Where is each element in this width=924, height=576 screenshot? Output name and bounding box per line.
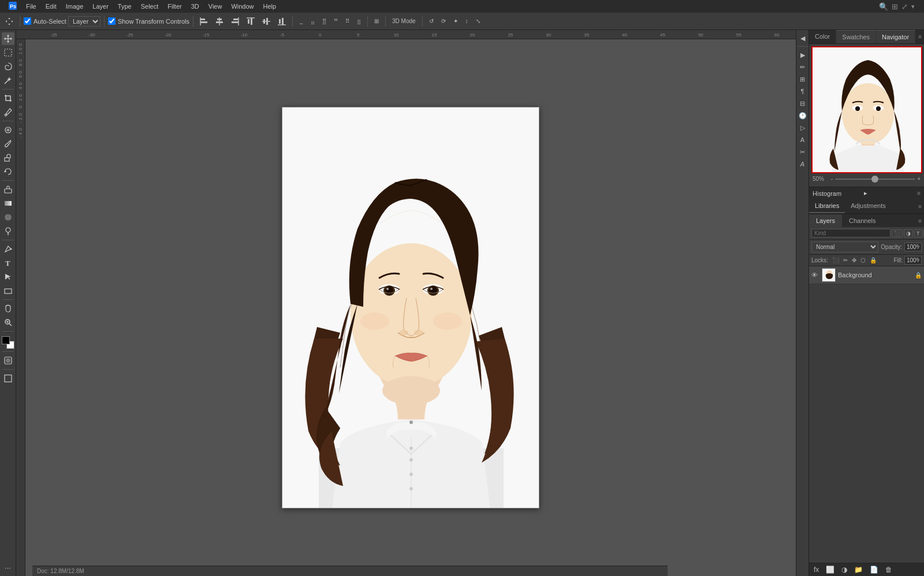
new-group-btn[interactable]: 📁 xyxy=(852,565,865,574)
delete-layer-btn[interactable]: 🗑 xyxy=(883,565,895,574)
menu-image[interactable]: Image xyxy=(62,2,88,11)
menu-help[interactable]: Help xyxy=(259,2,281,11)
lock-paint-btn[interactable]: ✏ xyxy=(842,257,849,264)
align-right-btn[interactable] xyxy=(228,16,242,27)
menu-file[interactable]: File xyxy=(22,2,40,11)
path-selection-tool[interactable] xyxy=(2,270,14,283)
dodge-tool[interactable] xyxy=(2,225,14,237)
rotate-3d-btn[interactable]: ↺ xyxy=(426,17,437,25)
menu-select[interactable]: Select xyxy=(137,2,163,11)
minimize-icon[interactable]: ▾ xyxy=(911,3,915,10)
menu-layer[interactable]: Layer xyxy=(88,2,113,11)
lock-artboard-btn[interactable]: ⬡ xyxy=(859,257,867,264)
scale-3d-btn[interactable]: ⤡ xyxy=(473,17,483,25)
tab-swatches[interactable]: Swatches xyxy=(836,30,876,43)
histogram-menu-btn[interactable]: ≡ xyxy=(917,190,921,196)
drag-3d-btn[interactable]: ✦ xyxy=(450,17,461,25)
move-tool[interactable] xyxy=(2,32,14,45)
new-fill-adjustment-btn[interactable]: ◑ xyxy=(839,565,850,574)
tab-navigator[interactable]: Navigator xyxy=(876,30,915,43)
pen-tool[interactable] xyxy=(2,243,14,255)
foreground-color-swatch[interactable] xyxy=(2,336,10,344)
side-paragraph-btn[interactable]: ¶ xyxy=(797,86,808,97)
magic-wand-tool[interactable] xyxy=(2,74,14,87)
table-row[interactable]: 👁 Background 🔒 xyxy=(809,266,924,284)
side-brush-btn[interactable]: ✏ xyxy=(797,61,808,73)
arrange-btn[interactable]: ⊞ xyxy=(371,17,382,25)
layers-kind-pixel-btn[interactable]: ⬛ xyxy=(892,229,903,237)
threed-mode-btn[interactable]: 3D Mode xyxy=(389,17,419,25)
menu-view[interactable]: View xyxy=(204,2,226,11)
workspace-icon[interactable]: ⊞ xyxy=(892,2,898,11)
crop-tool[interactable] xyxy=(2,92,14,105)
menu-edit[interactable]: Edit xyxy=(42,2,61,11)
side-grid-btn[interactable]: ⊟ xyxy=(797,98,808,109)
menu-3d[interactable]: 3D xyxy=(187,2,203,11)
distribute-top-btn[interactable]: ⠛ xyxy=(331,17,341,25)
layers-kind-adj-btn[interactable]: ◑ xyxy=(904,229,913,237)
zoom-slider-handle[interactable] xyxy=(871,176,878,183)
panel-menu-btn[interactable]: ≡ xyxy=(916,30,924,43)
healing-brush-tool[interactable] xyxy=(2,124,14,136)
tab-channels[interactable]: Channels xyxy=(842,214,882,227)
hand-tool[interactable] xyxy=(2,302,14,315)
side-letter-a-btn[interactable]: A xyxy=(797,158,808,170)
lock-pixels-btn[interactable]: ⬛ xyxy=(831,257,840,264)
gradient-tool[interactable] xyxy=(2,197,14,210)
eyedropper-tool[interactable] xyxy=(2,106,14,118)
align-vcenter-btn[interactable] xyxy=(259,16,273,27)
distribute-right-btn[interactable]: ⣿ xyxy=(319,17,329,25)
distribute-center-btn[interactable]: ⣤ xyxy=(308,17,318,25)
layers-search-input[interactable] xyxy=(811,229,891,237)
layer-visibility-icon[interactable]: 👁 xyxy=(811,272,819,278)
zoom-in-icon[interactable]: + xyxy=(917,176,921,182)
rollview-3d-btn[interactable]: ⟳ xyxy=(438,17,449,25)
lib-menu-btn[interactable]: ≡ xyxy=(916,199,924,213)
autoselect-checkbox[interactable] xyxy=(24,17,31,25)
autoselect-select[interactable]: Layer xyxy=(68,16,100,27)
canvas-viewport[interactable] xyxy=(25,39,796,576)
tab-layers[interactable]: Layers xyxy=(809,214,842,227)
zoom-out-icon[interactable]: - xyxy=(831,176,833,182)
move-tool-btn[interactable] xyxy=(2,16,16,27)
tab-adjustments[interactable]: Adjustments xyxy=(845,199,892,213)
tab-color[interactable]: Color xyxy=(809,30,836,43)
new-layer-btn[interactable]: 📄 xyxy=(867,565,881,574)
clone-stamp-tool[interactable] xyxy=(2,151,14,164)
distribute-bottom-btn[interactable]: ⣶ xyxy=(354,17,364,25)
align-bottom-btn[interactable] xyxy=(275,16,289,27)
align-left-btn[interactable] xyxy=(197,16,211,27)
brush-tool[interactable] xyxy=(2,138,14,150)
side-arrow-btn[interactable]: ◀ xyxy=(797,32,808,44)
opacity-input[interactable] xyxy=(904,243,922,251)
screen-mode-btn[interactable] xyxy=(2,372,14,385)
side-ruler-btn[interactable]: ⊞ xyxy=(797,73,808,85)
expand-icon[interactable]: ⤢ xyxy=(901,2,908,11)
lock-all-btn[interactable]: 🔒 xyxy=(869,257,878,264)
zoom-slider[interactable] xyxy=(835,179,915,180)
fill-input[interactable] xyxy=(904,256,922,265)
text-tool[interactable]: T xyxy=(2,257,14,269)
rectangular-marquee-tool[interactable] xyxy=(2,46,14,59)
blur-tool[interactable] xyxy=(2,211,14,224)
menu-filter[interactable]: Filter xyxy=(163,2,185,11)
layers-menu-btn[interactable]: ≡ xyxy=(916,214,924,227)
add-layer-style-btn[interactable]: fx xyxy=(811,565,821,574)
menu-window[interactable]: Window xyxy=(227,2,258,11)
lasso-tool[interactable] xyxy=(2,60,14,73)
search-icon[interactable]: 🔍 xyxy=(879,2,888,11)
history-brush-tool[interactable] xyxy=(2,165,14,178)
zoom-tool[interactable] xyxy=(2,316,14,329)
add-mask-btn[interactable]: ⬜ xyxy=(824,565,837,574)
align-hcenter-btn[interactable] xyxy=(213,16,226,27)
layers-kind-type-btn[interactable]: T xyxy=(914,229,922,237)
shape-tool[interactable] xyxy=(2,284,14,297)
color-swatches[interactable] xyxy=(2,336,14,349)
distribute-middle-btn[interactable]: ⠿ xyxy=(342,17,352,25)
more-tools-btn[interactable]: ··· xyxy=(2,561,14,574)
quick-mask-btn[interactable] xyxy=(2,354,14,367)
distribute-left-btn[interactable]: ⣀ xyxy=(296,17,306,25)
side-history-btn[interactable]: 🕐 xyxy=(797,110,808,121)
eraser-tool[interactable] xyxy=(2,183,14,196)
side-char-btn[interactable]: A xyxy=(797,134,808,146)
